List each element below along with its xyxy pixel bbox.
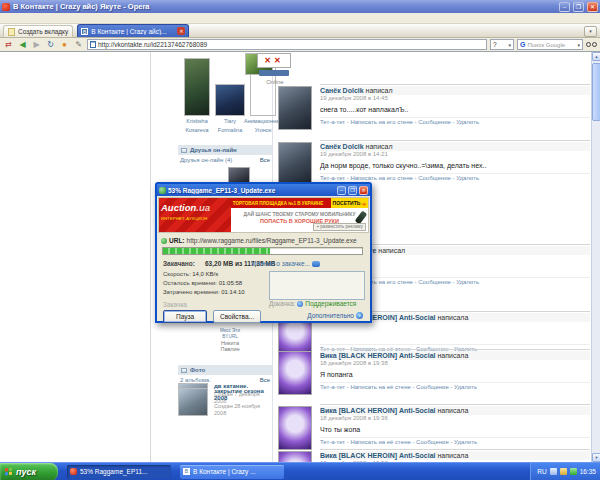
person-photo[interactable] <box>215 84 245 116</box>
wand-icon[interactable]: ● <box>59 39 70 50</box>
post-action-text: написал <box>366 87 393 94</box>
ad-brand-block[interactable]: Auction.ua ИНТЕРНЕТ-АУКЦИОН <box>159 198 231 232</box>
wall-post: Вика [BLACK HEROIN] Anti-Social написала… <box>278 349 590 390</box>
address-bar[interactable]: http://vkontakte.ru/id22137462768089 <box>87 39 487 50</box>
scrollbar-thumb[interactable] <box>592 63 600 121</box>
profile-badge[interactable] <box>259 70 289 76</box>
wall-post: Вика [BLACK HEROIN] Anti-Social написала… <box>278 404 590 445</box>
opinion-link[interactable]: Мнение о закачке... <box>251 260 320 267</box>
scroll-down-icon[interactable]: ▼ <box>592 453 600 462</box>
volume-icon[interactable] <box>550 468 557 475</box>
search-dropdown-icon[interactable]: ▾ <box>577 42 580 48</box>
person-first-name[interactable]: Анимационная <box>244 118 282 125</box>
minimize-icon[interactable]: – <box>559 2 570 12</box>
friends-online-count: Друзья он-лайн (4) <box>180 157 232 163</box>
post-action-links[interactable]: Тет-а-тет - Написать на его стене - Сооб… <box>320 173 590 181</box>
person-first-name[interactable]: Tiary <box>224 118 236 125</box>
post-author-avatar[interactable] <box>278 86 312 130</box>
ad-banner[interactable]: Auction.ua ИНТЕРНЕТ-АУКЦИОН ТОРГОВАЯ ПЛО… <box>158 197 369 233</box>
post-body: снега то.....кот наплакалЪ.. <box>320 104 590 117</box>
post-date <box>320 322 590 331</box>
window-titlebar[interactable]: В Контакте | Crazy айс) Якуте - Opera – … <box>0 0 600 13</box>
post-action-links[interactable]: Тет-а-тет - Написать на её стене - Сообщ… <box>320 437 590 445</box>
taskbar-task-download[interactable]: 53% Raggame_EP11... <box>67 465 171 479</box>
dialog-minimize-icon[interactable]: – <box>337 186 346 195</box>
search-field[interactable]: G Поиск Google ▾ <box>517 39 583 50</box>
vertical-scrollbar[interactable]: ▲ ▼ <box>591 52 600 462</box>
taskbar-task-opera[interactable]: В В Контакте | Crazy ... <box>180 465 284 479</box>
properties-button[interactable]: Свойства... <box>213 310 261 323</box>
transfer-icon[interactable]: ⇄ <box>3 39 14 50</box>
dialog-close-icon[interactable]: ✕ <box>359 186 368 195</box>
vk-task-icon: В <box>183 468 190 475</box>
pencil-icon[interactable]: ✎ <box>73 39 84 50</box>
tray-shield-icon[interactable] <box>570 468 577 475</box>
person-last-name[interactable]: Formalina <box>218 127 242 134</box>
post-author-avatar[interactable] <box>278 451 312 462</box>
photo-strip-person[interactable]: Krisbsha Kosareva <box>184 58 210 134</box>
friend-name[interactable]: Павлин <box>200 346 260 352</box>
language-indicator[interactable]: RU <box>537 468 546 475</box>
start-button[interactable]: пуск <box>0 463 58 480</box>
more-link[interactable]: Дополнительно v <box>307 312 363 319</box>
clock[interactable]: 16:35 <box>580 468 596 475</box>
pause-button[interactable]: Пауза <box>163 310 207 323</box>
dialog-titlebar[interactable]: 53% Raggame_EP11-3_Update.exe – ❐ ✕ <box>157 184 370 196</box>
restore-icon[interactable]: ❐ <box>573 2 584 12</box>
photo-album[interactable]: закрытие сезона 2008 Создан 28 ноября 20… <box>178 388 266 417</box>
menu-bar <box>0 13 600 24</box>
scroll-up-icon[interactable]: ▲ <box>592 52 600 61</box>
forward-icon[interactable]: ▶ <box>31 39 42 50</box>
friends-all-link[interactable]: Все <box>260 157 270 163</box>
post-body <box>320 331 590 344</box>
reload-icon[interactable]: ↻ <box>45 39 56 50</box>
close-icon[interactable]: ✕ <box>587 2 598 12</box>
post-author-link[interactable]: Вика [BLACK HEROIN] Anti-Social <box>320 407 436 414</box>
post-author-link[interactable]: Вика [BLACK HEROIN] Anti-Social <box>320 452 436 459</box>
person-last-name[interactable]: Угонок <box>255 127 272 134</box>
new-tab-button[interactable]: Создать вкладку <box>3 25 73 37</box>
place-ad-link[interactable]: + разместить рекламу <box>313 223 366 231</box>
person-last-name[interactable]: Kosareva <box>185 127 208 134</box>
comment-box[interactable] <box>269 271 365 300</box>
post-author-link[interactable]: Санёк Dolcik <box>320 143 364 150</box>
tab-vkontakte[interactable]: В В Контакте | Crazy айс)... ✕ <box>77 24 189 37</box>
photo-strip-person[interactable]: Tiary Formalina <box>214 84 246 134</box>
tab-label: В Контакте | Crazy айс)... <box>91 28 174 35</box>
post-author-avatar[interactable] <box>278 142 312 186</box>
post-body: Я попанга <box>320 369 590 382</box>
post-action-links[interactable]: Тет-а-тет - Написать на его стене - Сооб… <box>320 117 590 125</box>
zoom-view-icon[interactable] <box>586 42 597 47</box>
quick-help-field[interactable]: ? ▾ <box>490 39 514 50</box>
help-dropdown-icon[interactable]: ▾ <box>508 42 511 48</box>
taskbar: пуск 53% Raggame_EP11... В В Контакте | … <box>0 462 600 480</box>
windows-flag-icon <box>5 467 13 476</box>
post-action-text: написала <box>437 352 468 359</box>
tray-app-icon[interactable] <box>560 468 567 475</box>
album-title-link[interactable]: закрытие сезона 2008 <box>214 388 266 402</box>
post-date: 19 декабря 2008 в 14:21 <box>320 151 590 160</box>
person-first-name[interactable]: Krisbsha <box>186 118 207 125</box>
tab-list-dropdown-icon[interactable]: ▾ <box>584 26 597 37</box>
opera-app-icon <box>2 3 10 11</box>
vk-favicon-icon: В <box>81 28 88 35</box>
post-author-avatar[interactable] <box>278 351 312 395</box>
remaining-label: Осталось времени: <box>163 280 217 286</box>
post-action-links[interactable]: Тет-а-тет - Написать на её стене - Сообщ… <box>320 382 590 390</box>
address-toolbar: ⇄ ◀ ▶ ↻ ● ✎ http://vkontakte.ru/id221374… <box>0 38 600 52</box>
dialog-restore-icon[interactable]: ❐ <box>348 186 357 195</box>
downloaded-label: Закачано: <box>163 260 195 267</box>
back-icon[interactable]: ◀ <box>17 39 28 50</box>
download-file-icon <box>159 187 166 194</box>
download-url-row: URL: http://www.raggame.ru/files/Raggame… <box>161 236 366 245</box>
elapsed-value: 01:14:10 <box>221 289 244 295</box>
post-author-avatar[interactable] <box>278 406 312 450</box>
ad-line1: ДАЙ ШАНС ТВОЕМУ СТАРОМУ МОБИЛЬНИКУ <box>238 211 361 216</box>
post-author-link[interactable]: Вика [BLACK HEROIN] Anti-Social <box>320 352 436 359</box>
tab-close-icon[interactable]: ✕ <box>177 27 185 35</box>
search-placeholder: Поиск Google <box>527 42 575 48</box>
album-thumbnail[interactable] <box>178 388 208 416</box>
ad-visit-button[interactable]: ПОСЕТИТЬ ➜ <box>331 198 368 208</box>
person-photo[interactable] <box>184 58 210 116</box>
post-author-link[interactable]: Санёк Dolcik <box>320 87 364 94</box>
